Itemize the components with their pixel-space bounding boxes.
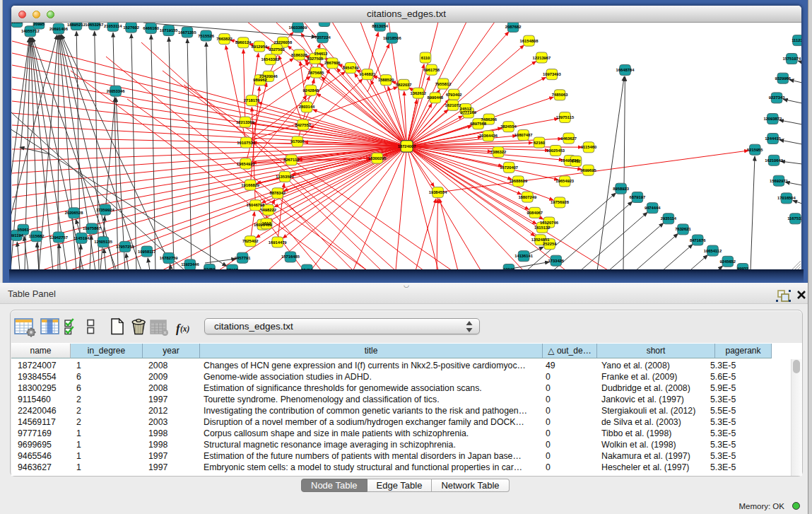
svg-text:2867606: 2867606 (324, 61, 341, 65)
svg-text:12505135: 12505135 (94, 240, 113, 244)
svg-text:6110: 6110 (421, 56, 430, 60)
svg-text:16543382: 16543382 (261, 57, 280, 62)
svg-text:10653267: 10653267 (86, 23, 104, 27)
svg-text:19654923: 19654923 (555, 179, 575, 183)
svg-text:8990448: 8990448 (428, 95, 444, 100)
svg-text:1145194: 1145194 (73, 236, 90, 240)
svg-text:8186328: 8186328 (291, 53, 307, 57)
svg-text:7663822: 7663822 (216, 37, 233, 41)
svg-text:15751074: 15751074 (782, 57, 801, 61)
svg-text:8960124: 8960124 (235, 40, 252, 45)
svg-text:7955812: 7955812 (435, 82, 452, 86)
svg-text:9463627: 9463627 (560, 136, 577, 141)
svg-text:10807487: 10807487 (514, 133, 533, 137)
svg-text:391194: 391194 (11, 233, 24, 238)
svg-text:8427552: 8427552 (295, 123, 311, 127)
svg-text:9115460: 9115460 (581, 145, 596, 149)
svg-text:16782759: 16782759 (160, 256, 179, 260)
svg-text:1621072: 1621072 (445, 103, 461, 107)
svg-text:1167533: 1167533 (787, 216, 801, 221)
svg-text:9474444: 9474444 (645, 206, 661, 210)
svg-text:12975115: 12975115 (556, 115, 575, 119)
svg-text:1244415: 1244415 (765, 136, 781, 141)
svg-text:12213967: 12213967 (533, 56, 551, 60)
svg-text:11923446: 11923446 (181, 262, 199, 267)
svg-text:7486266: 7486266 (481, 117, 498, 122)
svg-text:1362612: 1362612 (411, 91, 427, 95)
svg-text:2087682: 2087682 (505, 25, 522, 29)
svg-text:8813054: 8813054 (372, 24, 388, 28)
svg-text:16046798: 16046798 (247, 203, 266, 207)
svg-text:995214: 995214 (317, 23, 331, 23)
svg-text:17016504: 17016504 (777, 196, 796, 200)
svg-text:15716485: 15716485 (281, 255, 300, 259)
svg-text:6879197: 6879197 (630, 195, 646, 199)
svg-text:55061: 55061 (18, 228, 30, 232)
svg-text:21053114: 21053114 (104, 24, 122, 28)
svg-text:12213369: 12213369 (236, 120, 255, 124)
svg-text:16671355: 16671355 (178, 30, 197, 35)
svg-text:5822037: 5822037 (396, 83, 412, 87)
svg-text:14136141: 14136141 (514, 254, 534, 258)
svg-text:16914479: 16914479 (269, 240, 288, 245)
svg-text:24512: 24512 (460, 107, 471, 111)
svg-text:92450: 92450 (204, 267, 215, 269)
svg-text:(x): (x) (180, 325, 190, 334)
svg-text:9084067: 9084067 (527, 211, 543, 215)
svg-text:17957255: 17957255 (116, 245, 135, 249)
svg-text:15692971: 15692971 (770, 179, 789, 183)
svg-text:19654923: 19654923 (237, 162, 256, 166)
svg-text:16210643: 16210643 (765, 158, 784, 163)
svg-text:10975867: 10975867 (83, 226, 101, 230)
svg-text:3675685: 3675685 (308, 71, 324, 75)
svg-text:16033809: 16033809 (289, 25, 308, 30)
svg-text:10107534: 10107534 (237, 141, 256, 145)
svg-text:7485063: 7485063 (552, 93, 568, 97)
svg-text:7632621: 7632621 (675, 227, 691, 231)
svg-text:20995: 20995 (33, 23, 45, 26)
svg-text:19218506: 19218506 (383, 36, 402, 40)
svg-text:9457791: 9457791 (235, 256, 251, 260)
svg-text:7357224: 7357224 (314, 35, 331, 40)
svg-text:18895: 18895 (11, 23, 23, 24)
svg-text:9327505: 9327505 (307, 57, 324, 61)
svg-text:87968: 87968 (227, 268, 239, 269)
svg-text:2803144: 2803144 (299, 105, 315, 109)
svg-text:9146821: 9146821 (360, 72, 376, 76)
svg-text:9329966: 9329966 (775, 76, 792, 81)
svg-text:9699695: 9699695 (580, 168, 596, 173)
svg-text:15720407: 15720407 (500, 165, 518, 170)
svg-text:1615132: 1615132 (534, 226, 551, 230)
svg-text:252254: 252254 (543, 242, 557, 246)
svg-text:18724007: 18724007 (398, 144, 416, 148)
svg-text:1733426: 1733426 (548, 259, 565, 263)
svg-text:10973493: 10973493 (543, 72, 562, 76)
svg-text:5498222: 5498222 (260, 208, 276, 212)
svg-text:11353594: 11353594 (276, 175, 294, 179)
svg-text:6793402: 6793402 (446, 93, 462, 97)
svg-text:18807249: 18807249 (518, 195, 537, 199)
svg-text:154612: 154612 (314, 52, 327, 56)
svg-text:1612: 1612 (262, 221, 271, 226)
svg-text:19166829: 19166829 (241, 183, 260, 187)
svg-text:17359924: 17359924 (96, 208, 115, 212)
svg-text:9227343: 9227343 (769, 95, 785, 100)
svg-text:8454749: 8454749 (343, 66, 359, 70)
svg-text:7386322: 7386322 (490, 150, 507, 154)
svg-text:16648784: 16648784 (616, 68, 635, 72)
svg-text:10025453: 10025453 (546, 148, 565, 153)
svg-text:16120746: 16120746 (540, 221, 559, 225)
svg-text:14055712: 14055712 (21, 29, 40, 33)
svg-text:10688609: 10688609 (509, 179, 528, 183)
svg-text:6897568: 6897568 (470, 122, 486, 126)
svg-text:20691406: 20691406 (49, 27, 69, 31)
svg-text:9327503: 9327503 (269, 47, 285, 52)
svg-text:8912954: 8912954 (252, 45, 268, 49)
svg-text:989962: 989962 (253, 78, 266, 82)
svg-text:6412: 6412 (572, 159, 581, 163)
svg-text:23226058: 23226058 (273, 40, 293, 45)
svg-text:9245652: 9245652 (720, 259, 736, 264)
svg-text:10046: 10046 (503, 267, 515, 269)
svg-text:2718176: 2718176 (244, 98, 260, 103)
svg-text:16154808: 16154808 (520, 39, 539, 43)
